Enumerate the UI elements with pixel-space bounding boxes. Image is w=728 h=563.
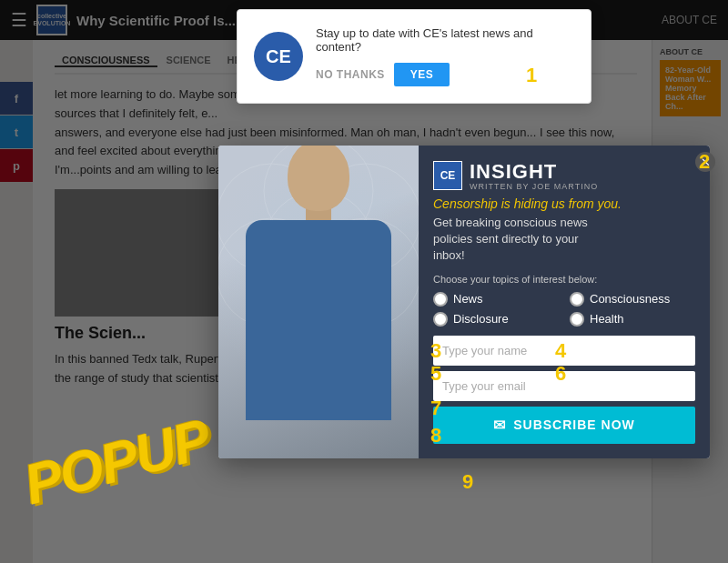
notification-popup: CE Stay up to date with CE's latest news… (237, 9, 592, 104)
insight-popup: CE INSIGHT WRITTEN BY JOE MARTINO Censor… (218, 146, 710, 458)
topic-news-label: News (453, 292, 483, 306)
subscribe-label: SUBSCRIBE NOW (513, 417, 635, 432)
insight-heading: Censorship is hiding us from you. (433, 196, 695, 211)
person-head (288, 146, 349, 211)
topic-consciousness[interactable]: Consciousness (570, 292, 695, 307)
number-badge-1: 1 (526, 65, 537, 85)
subscribe-icon: ✉ (493, 417, 506, 434)
notif-message: Stay up to date with CE's latest news an… (316, 26, 574, 54)
topics-grid: News Consciousness Disclosure Health (433, 292, 695, 327)
number-badge-5: 5 (430, 364, 441, 384)
topic-consciousness-label: Consciousness (590, 292, 670, 306)
number-badge-8: 8 (430, 426, 441, 446)
topic-news[interactable]: News (433, 292, 559, 307)
insight-content: CE INSIGHT WRITTEN BY JOE MARTINO Censor… (419, 146, 710, 458)
disclosure-checkbox[interactable] (433, 312, 448, 327)
number-badge-4: 4 (555, 341, 566, 361)
topic-disclosure[interactable]: Disclosure (433, 312, 559, 327)
person-body (246, 220, 391, 420)
number-badge-9: 9 (462, 472, 473, 492)
number-badge-2: 2 (699, 152, 710, 172)
insight-subtext: Get breaking conscious newspolicies sent… (433, 215, 695, 265)
number-badge-7: 7 (430, 398, 441, 418)
topic-health[interactable]: Health (570, 312, 695, 327)
insight-subtitle: WRITTEN BY JOE MARTINO (470, 182, 598, 191)
insight-header: CE INSIGHT WRITTEN BY JOE MARTINO (433, 160, 695, 191)
insight-person-image (218, 146, 419, 458)
notif-icon: CE (254, 32, 303, 81)
number-badge-6: 6 (555, 364, 566, 384)
topic-disclosure-label: Disclosure (453, 312, 509, 326)
insight-logo: CE (433, 161, 462, 190)
number-badge-3: 3 (430, 341, 441, 361)
person-silhouette (218, 146, 419, 458)
topic-health-label: Health (590, 312, 624, 326)
news-checkbox[interactable] (433, 292, 448, 307)
insight-title: INSIGHT (470, 160, 598, 184)
health-checkbox[interactable] (570, 312, 584, 327)
notif-yes-button[interactable]: YES (394, 63, 450, 86)
subscribe-button[interactable]: ✉ SUBSCRIBE NOW (433, 407, 695, 444)
consciousness-checkbox[interactable] (570, 292, 584, 307)
topics-label: Choose your topics of interest below: (433, 274, 695, 285)
notif-no-button[interactable]: NO THANKS (316, 63, 385, 86)
